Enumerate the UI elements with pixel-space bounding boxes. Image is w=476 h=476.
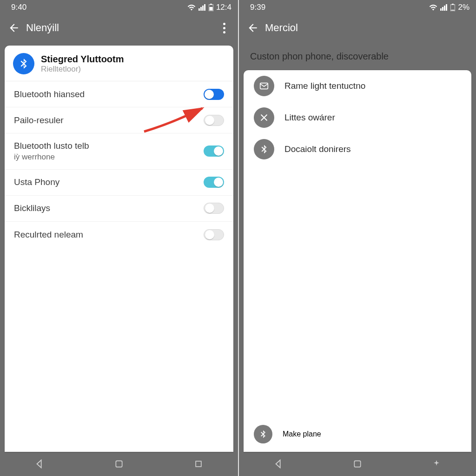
signal-icon: [198, 4, 206, 11]
status-bar: 9:39 2%: [239, 0, 476, 15]
card-wrap: Stiegred Yluttootm Rielltetloor) Bluetoo…: [0, 41, 238, 452]
setting-row-pailo-resuler[interactable]: Pailo-resuler: [5, 107, 233, 133]
back-button[interactable]: [5, 19, 23, 37]
status-icons: 12:4: [187, 3, 231, 12]
status-bar: 9:40 12:4: [0, 0, 238, 15]
toggle-switch[interactable]: [204, 203, 224, 214]
svg-rect-9: [354, 461, 360, 467]
right-pane: 9:39 2% Merciol Custon phon phone, disco…: [238, 0, 476, 476]
back-button[interactable]: [244, 19, 262, 37]
status-icons: 2%: [429, 3, 469, 12]
battery-icon: [450, 4, 455, 11]
list-item-docaiolt[interactable]: Docaiolt donirers: [244, 133, 471, 165]
left-pane: 9:40 12:4 Nlenýill Stiegred Yluttootm Ri: [0, 0, 238, 476]
nav-recents-icon: [194, 459, 203, 469]
svg-rect-7: [451, 10, 455, 11]
toggle-switch[interactable]: [204, 229, 224, 240]
svg-rect-1: [210, 4, 212, 5]
svg-rect-6: [452, 4, 454, 5]
settings-card: Stiegred Yluttootm Rielltetloor) Bluetoo…: [5, 46, 233, 452]
setting-label: Bicklilays: [14, 202, 50, 214]
nav-extra-button[interactable]: [423, 455, 450, 473]
nav-back-icon: [34, 459, 45, 469]
setting-label: Pailo-resuler: [14, 114, 64, 126]
status-battery-text: 2%: [458, 3, 469, 12]
list-item-rame[interactable]: Rame light tentuctno: [244, 70, 471, 102]
list-item-littes[interactable]: Littes owárer: [244, 102, 471, 133]
setting-label: Bluetooth lusto telb iỳ werrhone: [14, 140, 89, 163]
nav-back-button[interactable]: [26, 455, 53, 473]
bluetooth-subtitle: Rielltetloor): [41, 65, 124, 74]
status-battery-text: 12:4: [216, 3, 231, 12]
nav-extra-icon: [431, 459, 442, 469]
setting-row-bluetooth-hiansed[interactable]: Bluetooth hiansed: [5, 81, 233, 107]
system-navbar: [239, 452, 476, 476]
bluetooth-header[interactable]: Stiegred Yluttootm Rielltetloor): [5, 46, 233, 81]
bluetooth-icon: [254, 425, 272, 443]
signal-icon: [440, 4, 448, 11]
card-wrap: Rame light tentuctno Littes owárer Docai…: [239, 70, 476, 452]
back-arrow-icon: [8, 22, 20, 34]
battery-icon: [209, 4, 213, 11]
app-bar: Nlenýill: [0, 15, 238, 41]
back-arrow-icon: [247, 22, 259, 34]
nav-back-icon: [273, 459, 284, 469]
toggle-switch[interactable]: [204, 89, 224, 100]
setting-label: Bluetooth hiansed: [14, 88, 85, 100]
page-title: Merciol: [265, 22, 471, 34]
nav-back-button[interactable]: [264, 455, 292, 473]
spacer: [244, 165, 471, 418]
toggle-switch[interactable]: [204, 145, 224, 157]
more-vert-icon: [223, 23, 225, 33]
toggle-switch[interactable]: [204, 177, 224, 188]
nav-home-icon: [114, 459, 124, 469]
setting-row-bluetooth-lusto[interactable]: Bluetooth lusto telb iỳ werrhone: [5, 133, 233, 170]
setting-row-reculrted[interactable]: Reculrted neleam: [5, 222, 233, 248]
list-item-label: Littes owárer: [284, 112, 335, 123]
footer-make-plane[interactable]: Make plane: [244, 418, 471, 452]
nav-home-button[interactable]: [344, 455, 371, 473]
svg-rect-2: [209, 7, 212, 11]
wifi-icon: [187, 4, 196, 11]
mail-icon: [254, 76, 274, 96]
footer-label: Make plane: [283, 430, 321, 438]
svg-rect-4: [196, 461, 201, 467]
status-time: 9:40: [11, 3, 26, 12]
toggle-switch[interactable]: [204, 115, 224, 126]
setting-label: Reculrted neleam: [14, 229, 83, 241]
page-title: Nlenýill: [26, 22, 215, 34]
wifi-icon: [429, 4, 437, 11]
discoverable-subtitle: Custon phon phone, discoverable: [239, 41, 476, 70]
list-item-label: Rame light tentuctno: [284, 81, 365, 91]
list-item-label: Docaiolt donirers: [284, 144, 351, 154]
list-card: Rame light tentuctno Littes owárer Docai…: [244, 70, 471, 452]
bluetooth-icon: [254, 139, 274, 159]
system-navbar: [0, 452, 238, 476]
nav-recents-button[interactable]: [185, 455, 212, 473]
status-time: 9:39: [250, 3, 265, 12]
overflow-menu-button[interactable]: [215, 19, 233, 37]
bluetooth-icon: [13, 53, 34, 74]
app-bar: Merciol: [239, 15, 476, 41]
nav-home-button[interactable]: [105, 455, 133, 473]
setting-row-usta-phony[interactable]: Usta Phony: [5, 170, 233, 196]
nav-home-icon: [353, 459, 362, 469]
svg-rect-3: [116, 461, 122, 467]
setting-label: Usta Phony: [14, 176, 60, 188]
close-icon: [254, 107, 274, 128]
bluetooth-title: Stiegred Yluttootm: [41, 54, 124, 65]
setting-row-bicklilays[interactable]: Bicklilays: [5, 196, 233, 222]
